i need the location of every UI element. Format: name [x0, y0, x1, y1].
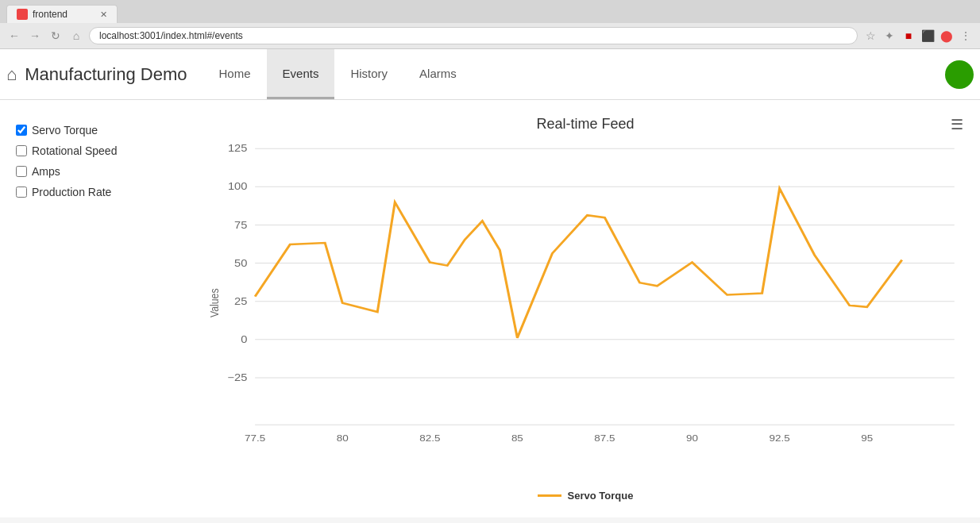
brand: ⌂ Manufacturing Demo: [6, 64, 187, 85]
tab-close-button[interactable]: ✕: [100, 10, 107, 20]
checkbox-rotational-speed-input[interactable]: [16, 145, 27, 156]
bookmark-icon[interactable]: ☆: [862, 28, 878, 44]
main-content: Servo Torque Rotational Speed Amps Produ…: [0, 100, 980, 517]
nav-home[interactable]: Home: [203, 49, 267, 99]
checkbox-production-rate-input[interactable]: [16, 187, 27, 198]
checkbox-rotational-speed[interactable]: Rotational Speed: [16, 144, 191, 157]
checkbox-amps[interactable]: Amps: [16, 165, 191, 178]
nav-events[interactable]: Events: [267, 49, 335, 99]
forward-button[interactable]: →: [27, 28, 43, 44]
svg-text:25: 25: [234, 296, 247, 307]
tab-label: frontend: [33, 9, 68, 20]
checkbox-amps-label: Amps: [32, 165, 60, 178]
home-nav-button[interactable]: ⌂: [68, 28, 84, 44]
svg-text:75: 75: [234, 220, 247, 231]
tab-bar: frontend ✕: [0, 0, 980, 23]
checkbox-amps-input[interactable]: [16, 166, 27, 177]
legend-label-servo-torque: Servo Torque: [568, 490, 634, 502]
ext-icon-4[interactable]: ⬤: [939, 28, 955, 44]
ext-icon-3[interactable]: ⬛: [920, 28, 936, 44]
chart-menu-button[interactable]: ☰: [951, 116, 964, 133]
ext-icon-1[interactable]: ✦: [882, 28, 897, 44]
svg-text:100: 100: [228, 182, 247, 193]
svg-text:80: 80: [337, 433, 349, 444]
svg-text:50: 50: [234, 258, 247, 269]
reload-button[interactable]: ↻: [48, 28, 64, 44]
chart-title: Real-time Feed: [536, 116, 634, 133]
nav-alarms[interactable]: Alarms: [403, 49, 473, 99]
url-input[interactable]: localhost:3001/index.html#/events: [89, 27, 858, 44]
nav-history[interactable]: History: [334, 49, 403, 99]
svg-text:77.5: 77.5: [245, 433, 265, 444]
svg-text:90: 90: [686, 433, 698, 444]
status-indicator: [945, 60, 974, 89]
chart-area: Real-time Feed ☰ 125: [206, 116, 964, 502]
svg-text:87.5: 87.5: [594, 433, 615, 444]
checkbox-servo-torque-input[interactable]: [16, 125, 27, 136]
svg-text:Values: Values: [208, 288, 221, 317]
svg-text:82.5: 82.5: [419, 433, 440, 444]
navbar: ⌂ Manufacturing Demo Home Events History…: [0, 49, 980, 100]
app: ⌂ Manufacturing Demo Home Events History…: [0, 49, 980, 517]
svg-text:−25: −25: [227, 372, 247, 383]
chart-legend: Servo Torque: [206, 490, 964, 502]
svg-text:85: 85: [511, 433, 523, 444]
menu-button[interactable]: ⋮: [958, 28, 974, 44]
home-icon: ⌂: [6, 64, 17, 85]
checkbox-servo-torque[interactable]: Servo Torque: [16, 124, 191, 137]
ext-icon-2[interactable]: ■: [901, 28, 916, 44]
svg-text:125: 125: [228, 143, 247, 154]
address-bar: ← → ↻ ⌂ localhost:3001/index.html#/event…: [0, 23, 980, 48]
legend-line-servo-torque: [538, 494, 561, 497]
checkbox-servo-torque-label: Servo Torque: [32, 124, 98, 137]
svg-text:95: 95: [861, 433, 873, 444]
svg-text:0: 0: [241, 334, 247, 345]
nav-links: Home Events History Alarms: [203, 49, 473, 99]
back-button[interactable]: ←: [6, 28, 22, 44]
browser-actions: ☆ ✦ ■ ⬛ ⬤ ⋮: [862, 28, 974, 44]
browser-chrome: frontend ✕ ← → ↻ ⌂ localhost:3001/index.…: [0, 0, 980, 49]
checkbox-rotational-speed-label: Rotational Speed: [32, 144, 117, 157]
app-title: Manufacturing Demo: [25, 64, 187, 85]
chart-header: Real-time Feed ☰: [206, 116, 964, 133]
sidebar: Servo Torque Rotational Speed Amps Produ…: [16, 116, 191, 502]
checkbox-production-rate-label: Production Rate: [32, 186, 111, 198]
svg-text:92.5: 92.5: [770, 433, 790, 444]
tab-favicon: [17, 9, 28, 20]
chart-svg: 125 100 75 50 25 0 −25 Values 77.5 80 82…: [206, 140, 964, 482]
browser-tab[interactable]: frontend ✕: [6, 5, 118, 23]
chart-canvas: 125 100 75 50 25 0 −25 Values 77.5 80 82…: [206, 140, 964, 482]
checkbox-production-rate[interactable]: Production Rate: [16, 186, 191, 198]
